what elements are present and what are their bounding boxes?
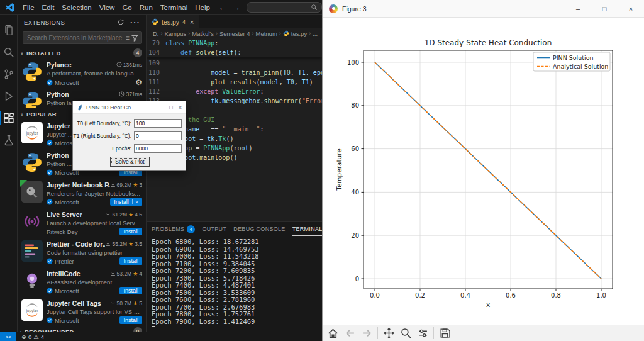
forward-arrow-icon[interactable]: → xyxy=(233,3,240,12)
breadcrumb-item[interactable]: Semester 4 xyxy=(219,30,250,37)
editor-tab-bar: tes.py 4 × xyxy=(147,15,322,28)
sticky-scroll: 79class PINNApp:104 def solve(self): xyxy=(147,38,322,57)
jupyter-dark-extension-icon xyxy=(21,181,43,203)
install-button[interactable]: Install xyxy=(119,228,142,235)
menu-run[interactable]: Run xyxy=(136,4,157,11)
refresh-icon[interactable] xyxy=(117,18,125,26)
activity-run-and-debug-icon[interactable] xyxy=(0,85,18,107)
activity-search-icon[interactable] xyxy=(0,41,18,63)
section-recommended[interactable]: › RECOMMENDED 0 xyxy=(18,326,146,332)
breadcrumb-item[interactable]: ... xyxy=(313,30,318,37)
solve-and-plot-button[interactable]: Solve & Plot xyxy=(110,157,150,167)
installed-count-badge: 4 xyxy=(133,48,142,57)
extension-title-row: Pylance1361ms xyxy=(47,61,142,69)
dialog-minimize-button[interactable]: – xyxy=(160,104,164,111)
panel-tab-debug-console[interactable]: DEBUG CONSOLE xyxy=(233,222,285,236)
figure-maximize-button[interactable]: □ xyxy=(591,0,618,18)
breadcrumb-item[interactable]: D: xyxy=(153,30,159,37)
activity-extensions-icon[interactable] xyxy=(0,107,18,129)
extension-title-row: Python371ms xyxy=(47,91,142,98)
extensions-search-box[interactable]: ≡ xyxy=(23,31,142,44)
pan-tool-icon[interactable] xyxy=(382,327,395,339)
install-dropdown-icon[interactable]: ∨ xyxy=(132,199,138,204)
menu-file[interactable]: File xyxy=(19,4,38,11)
home-tool-icon[interactable] xyxy=(326,327,339,339)
line-number: 79 xyxy=(147,38,165,48)
panel-tab-terminal[interactable]: TERMINAL xyxy=(292,222,323,236)
configure-tool-icon[interactable] xyxy=(416,327,429,339)
status-problems[interactable]: ⊗0 ⚠4 xyxy=(21,333,44,340)
tab-problem-count: 4 xyxy=(182,19,186,25)
t0-input[interactable] xyxy=(134,119,182,128)
extension-item[interactable]: Prettier - Code for...55.2M ★3.5Code for… xyxy=(18,238,146,267)
breadcrumb-item[interactable]: Kampus xyxy=(165,30,187,37)
t0-field-row: T0 (Left Boundary, °C): xyxy=(73,118,186,128)
extension-item[interactable]: jupyterJupyter Cell Tags50.7M ★5Jupyter … xyxy=(18,297,146,327)
activity-testing-icon[interactable] xyxy=(0,129,18,151)
dialog-close-button[interactable]: × xyxy=(179,104,182,111)
menu-selection[interactable]: Selection xyxy=(58,4,95,11)
code-text: root = tk.Tk() xyxy=(165,134,322,143)
tab-close-icon[interactable]: × xyxy=(190,18,194,26)
menu-terminal[interactable]: Terminal xyxy=(157,4,191,11)
extension-item[interactable]: IntelliCode53.2M ★4AI-assisted developme… xyxy=(18,267,146,297)
extension-item[interactable]: Jupyter Notebook R...69.2M ★3Renderers f… xyxy=(18,179,146,208)
svg-text:0.4: 0.4 xyxy=(460,292,470,299)
terminal-output[interactable]: Epoch 6800, Loss: 18.672281Epoch 6900, L… xyxy=(152,238,321,332)
panel-tab-output[interactable]: OUTPUT xyxy=(202,222,226,236)
extensions-search-input[interactable] xyxy=(26,34,124,42)
code-line: 112 except ValueError: xyxy=(147,87,322,96)
dialog-maximize-button[interactable]: □ xyxy=(169,104,172,111)
code-text xyxy=(165,106,322,115)
t1-field-row: T1 (Right Boundary, °C): xyxy=(73,131,186,140)
back-tool-icon[interactable] xyxy=(343,327,356,339)
t1-input[interactable] xyxy=(134,131,182,140)
save-tool-icon[interactable] xyxy=(438,327,451,339)
tab-tes-py[interactable]: tes.py 4 × xyxy=(147,15,199,28)
breadcrumb-item[interactable]: tes.py xyxy=(291,30,307,37)
extension-name: Pylance xyxy=(47,61,116,69)
extension-item[interactable]: Live Server61.2M ★4.5Launch a developmen… xyxy=(18,208,146,238)
panel-tab-problems[interactable]: PROBLEMS4 xyxy=(152,222,195,236)
extension-description: A performant, feature-rich languag... xyxy=(47,70,142,77)
line-number: 110 xyxy=(147,68,165,77)
more-actions-icon[interactable]: ⋯ xyxy=(130,16,140,28)
code-text: # Run the GUI xyxy=(165,115,322,125)
extension-info: Jupyter Notebook R...69.2M ★3Renderers f… xyxy=(47,181,142,208)
breadcrumb-item[interactable]: Matkul's xyxy=(192,30,214,37)
section-installed[interactable]: ∨ INSTALLED 4 xyxy=(18,47,146,59)
menu-help[interactable]: Help xyxy=(191,4,214,11)
menu-view[interactable]: View xyxy=(96,4,119,11)
gear-icon[interactable]: ⚙ xyxy=(135,78,142,87)
extension-name: Live Server xyxy=(47,211,105,218)
downloads-icon xyxy=(110,300,116,306)
svg-text:20: 20 xyxy=(351,232,359,239)
breadcrumb[interactable]: D:›Kampus›Matkul's›Semester 4›Metnum›tes… xyxy=(147,28,322,38)
menu-go[interactable]: Go xyxy=(118,4,135,11)
install-button[interactable]: Install xyxy=(119,257,142,265)
python-file-icon xyxy=(152,18,158,25)
figure-titlebar[interactable]: Figure 3 – □ × xyxy=(323,0,644,18)
activity-source-control-icon[interactable] xyxy=(0,63,18,85)
activity-explorer-icon[interactable] xyxy=(0,19,18,41)
extension-item[interactable]: Pylance1361msA performant, feature-rich … xyxy=(18,59,146,88)
command-center-search[interactable] xyxy=(247,2,322,13)
back-arrow-icon[interactable]: ← xyxy=(219,3,226,12)
epochs-input[interactable] xyxy=(134,144,182,153)
plot-canvas[interactable]: 0.00.20.40.60.81.00204060801001D Steady-… xyxy=(323,18,644,325)
extension-meta: 55.2M ★3.5 xyxy=(105,241,142,247)
install-button[interactable]: Install xyxy=(119,316,142,324)
figure-close-button[interactable]: × xyxy=(618,0,644,18)
figure-minimize-button[interactable]: – xyxy=(565,0,591,18)
sort-icon[interactable]: ≡ xyxy=(126,35,130,42)
forward-tool-icon[interactable] xyxy=(360,327,373,339)
remote-indicator[interactable]: >< xyxy=(0,332,16,341)
breadcrumb-item[interactable]: Metnum xyxy=(255,30,277,37)
zoom-tool-icon[interactable] xyxy=(399,327,412,339)
menu-edit[interactable]: Edit xyxy=(38,4,58,11)
install-button[interactable]: Install∨ xyxy=(110,198,142,206)
dialog-titlebar[interactable]: PINN 1D Heat Co... – □ × xyxy=(73,101,186,114)
install-button[interactable]: Install xyxy=(119,287,142,294)
filter-icon[interactable] xyxy=(131,35,138,42)
history-arrows: ←→ xyxy=(219,3,240,12)
